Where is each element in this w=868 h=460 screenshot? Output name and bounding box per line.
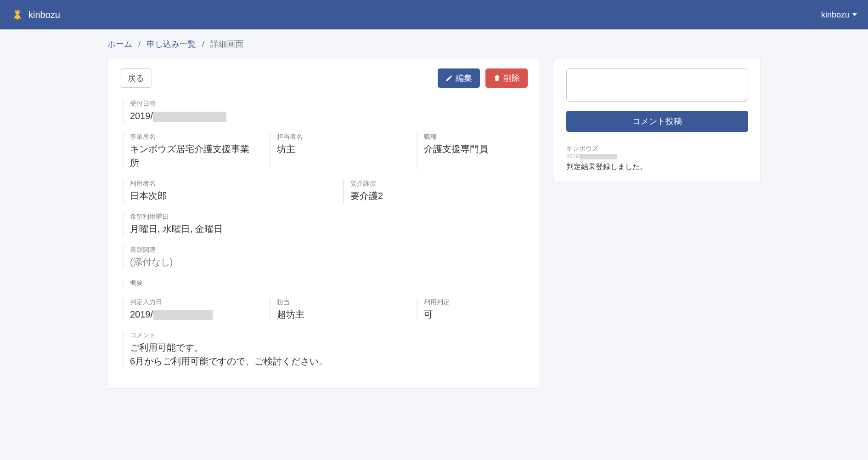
comment-date: 2019/	[566, 153, 748, 159]
field-value: 2019/	[130, 307, 251, 321]
field-label: 職種	[424, 133, 528, 141]
breadcrumb: ホーム / 申し込み一覧 / 詳細画面	[107, 39, 761, 50]
user-name: kinbozu	[821, 10, 850, 20]
field-docs: 書類関連 (添付なし)	[123, 246, 528, 269]
navbar-brand[interactable]: kinbozu	[11, 8, 60, 21]
back-button[interactable]: 戻る	[120, 68, 152, 88]
field-office: 事業所名 キンボウズ居宅介護支援事業所	[123, 133, 251, 170]
field-label: 利用判定	[424, 298, 528, 307]
field-value: ご利用可能です。 6月からご利用可能ですので、ご検討ください。	[130, 341, 528, 368]
edit-button[interactable]: 編集	[438, 68, 480, 88]
field-value: 要介護2	[350, 189, 528, 203]
breadcrumb-list[interactable]: 申し込み一覧	[147, 40, 196, 49]
field-label: 概要	[130, 279, 528, 287]
field-label: 判定入力日	[130, 298, 251, 307]
comment-panel: コメント投稿 キンボウズ 2019/ 判定結果登録しました。	[554, 58, 761, 182]
delete-label: 削除	[503, 73, 520, 84]
field-value: 介護支援専門員	[424, 142, 528, 156]
breadcrumb-current: 詳細画面	[210, 40, 243, 49]
detail-toolbar: 戻る 編集 削除	[120, 68, 528, 88]
field-judged-date: 判定入力日 2019/	[123, 298, 251, 321]
field-days: 希望利用曜日 月曜日, 水曜日, 金曜日	[123, 213, 528, 236]
field-label: 担当者名	[277, 133, 398, 141]
field-value: 2019/	[130, 109, 528, 123]
field-value: 可	[424, 307, 528, 321]
field-summary: 概要	[123, 279, 528, 288]
trash-icon	[493, 74, 501, 82]
field-value: 坊主	[277, 142, 398, 156]
field-label: 書類関連	[130, 246, 528, 254]
back-label: 戻る	[128, 73, 144, 84]
comment-author: キンボウズ	[566, 145, 748, 153]
app-logo-icon	[11, 8, 24, 21]
field-value: キンボウズ居宅介護支援事業所	[130, 142, 251, 170]
comment-submit-label: コメント投稿	[632, 117, 682, 126]
field-label: コメント	[130, 331, 528, 340]
edit-label: 編集	[456, 73, 472, 84]
field-comment: コメント ご利用可能です。 6月からご利用可能ですので、ご検討ください。	[123, 331, 528, 368]
redacted-block	[153, 112, 226, 122]
field-label: 事業所名	[130, 133, 251, 141]
comment-item: キンボウズ 2019/ 判定結果登録しました。	[566, 145, 748, 172]
redacted-block	[580, 154, 617, 159]
comment-input[interactable]	[566, 68, 748, 102]
comment-body: 判定結果登録しました。	[566, 162, 748, 172]
field-label: 要介護度	[350, 180, 528, 188]
field-label: 受付日時	[130, 100, 528, 108]
brand-text: kinbozu	[28, 10, 60, 20]
field-label: 利用者名	[130, 180, 325, 188]
field-contact: 担当者名 坊主	[270, 133, 398, 170]
comment-submit-button[interactable]: コメント投稿	[566, 111, 748, 132]
field-user: 利用者名 日本次郎	[123, 180, 325, 203]
field-value: 日本次郎	[130, 189, 325, 203]
field-value: 超坊主	[277, 307, 398, 321]
redacted-block	[153, 310, 213, 320]
caret-down-icon	[852, 13, 857, 16]
field-judgement: 利用判定 可	[417, 298, 528, 321]
breadcrumb-home[interactable]: ホーム	[107, 40, 132, 49]
field-label: 希望利用曜日	[130, 213, 528, 221]
field-value: 月曜日, 水曜日, 金曜日	[130, 222, 528, 236]
user-menu[interactable]: kinbozu	[821, 10, 857, 20]
navbar: kinbozu kinbozu	[0, 0, 868, 29]
edit-icon	[445, 74, 453, 82]
delete-button[interactable]: 削除	[485, 68, 528, 88]
field-value: (添付なし)	[130, 255, 528, 269]
svg-point-2	[18, 10, 20, 12]
field-received: 受付日時 2019/	[123, 100, 528, 123]
svg-point-1	[15, 10, 17, 12]
breadcrumb-sep: /	[138, 40, 141, 49]
breadcrumb-sep: /	[202, 40, 204, 49]
field-carelevel: 要介護度 要介護2	[343, 180, 528, 203]
detail-card: 戻る 編集 削除 受付日時	[107, 58, 540, 389]
field-judged-by: 担当 超坊主	[270, 298, 398, 321]
field-label: 担当	[277, 298, 398, 307]
field-jobtype: 職種 介護支援専門員	[417, 133, 528, 170]
